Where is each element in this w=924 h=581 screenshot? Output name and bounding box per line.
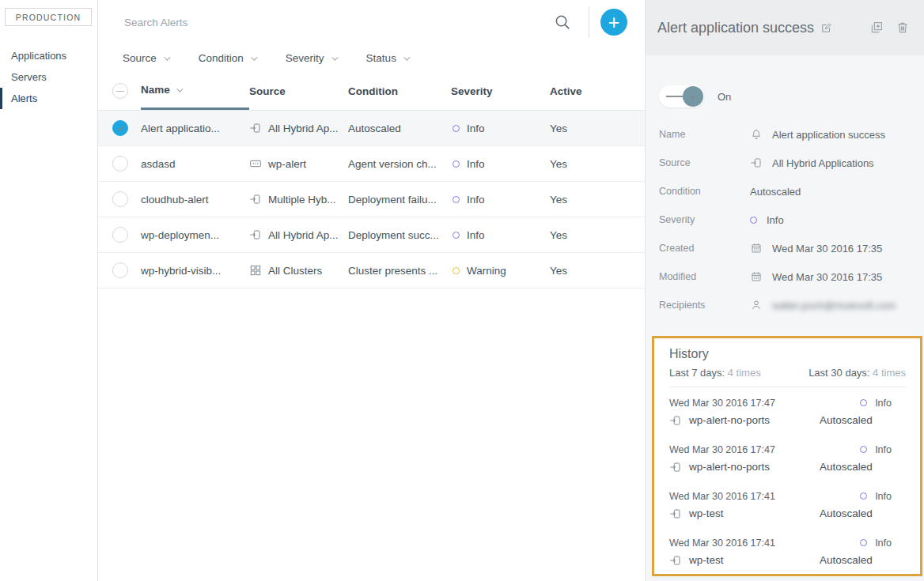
- filter-severity[interactable]: Severity: [286, 52, 336, 64]
- field-value: walter.poch@mulesoft.com: [750, 299, 896, 311]
- history-condition: Autoscaled: [820, 414, 906, 426]
- chevron-down-icon: [176, 85, 183, 92]
- alert-severity-label: Info: [467, 194, 485, 206]
- field-label: Name: [659, 129, 750, 140]
- filter-condition[interactable]: Condition: [199, 52, 256, 64]
- history-stat-30d: Last 30 days: 4 times: [808, 367, 906, 379]
- hybrid-app-icon: [249, 193, 262, 206]
- table-row[interactable]: cloudhub-alertMultiple Hyb...Deployment …: [98, 182, 645, 217]
- sidebar-item-servers[interactable]: Servers: [0, 66, 97, 88]
- search-icon[interactable]: [554, 13, 572, 32]
- search-input[interactable]: [123, 10, 554, 34]
- field-value-text: walter.poch@mulesoft.com: [772, 300, 896, 311]
- sidebar-item-alerts[interactable]: Alerts: [0, 88, 97, 109]
- column-header-active[interactable]: Active: [550, 72, 645, 110]
- filter-source[interactable]: Source: [123, 52, 169, 64]
- field-value-text: Wed Mar 30 2016 17:35: [772, 243, 882, 255]
- panel-title: Alert application success: [657, 20, 814, 36]
- alert-enabled-toggle[interactable]: [659, 85, 704, 108]
- history-entry-bottom: wp-alert-no-portsAutoscaled: [669, 413, 906, 427]
- history-date: Wed Mar 30 2016 17:47: [669, 398, 775, 409]
- sidebar-item-label: Alerts: [11, 92, 37, 104]
- history-section: History Last 7 days: 4 times Last 30 day…: [652, 336, 922, 576]
- history-source-label: wp-test: [689, 554, 724, 566]
- history-title: History: [669, 347, 906, 361]
- history-source: wp-test: [669, 507, 820, 520]
- alert-condition: Deployment failu...: [348, 194, 451, 206]
- row-checkbox[interactable]: [112, 227, 128, 243]
- history-entry: Wed Mar 30 2016 17:41Infowp-testAutoscal…: [669, 481, 906, 527]
- field-label: Severity: [659, 214, 750, 225]
- alert-source: wp-alert: [249, 157, 348, 170]
- table-row[interactable]: asdasdwp-alertAgent version ch...InfoYes: [98, 146, 645, 182]
- add-alert-button[interactable]: +: [600, 9, 627, 36]
- history-severity-label: Info: [875, 538, 892, 549]
- row-checkbox[interactable]: [112, 262, 128, 278]
- table-row[interactable]: wp-hybrid-visib...All ClustersCluster pr…: [98, 253, 645, 289]
- toggle-knob: [683, 86, 703, 107]
- history-severity-label: Info: [875, 444, 892, 455]
- column-header-severity[interactable]: Severity: [451, 72, 550, 110]
- history-severity-label: Info: [875, 398, 892, 409]
- history-entry-top: Wed Mar 30 2016 17:41Info: [669, 536, 906, 549]
- sidebar-item-label: Applications: [11, 50, 66, 62]
- detail-field-name: NameAlert application success: [646, 120, 924, 149]
- field-value-text: Info: [767, 214, 784, 226]
- delete-icon[interactable]: [896, 21, 910, 35]
- toolbar-divider: [589, 6, 589, 38]
- history-source-label: wp-alert-no-ports: [689, 461, 770, 473]
- history-date: Wed Mar 30 2016 17:47: [669, 444, 775, 455]
- alert-active: Yes: [550, 265, 645, 277]
- row-checkbox[interactable]: [112, 120, 128, 136]
- row-checkbox[interactable]: [112, 156, 128, 172]
- severity-info-icon: [750, 217, 757, 224]
- alert-severity-label: Info: [467, 123, 485, 134]
- alert-name: cloudhub-alert: [141, 194, 249, 206]
- edit-icon[interactable]: [820, 22, 832, 34]
- alert-severity: Info: [451, 123, 550, 134]
- field-value-text: Alert application success: [772, 129, 885, 141]
- column-header-source[interactable]: Source: [249, 72, 348, 110]
- column-header-condition[interactable]: Condition: [348, 72, 451, 110]
- history-severity: Info: [860, 538, 906, 549]
- severity-info-icon: [860, 446, 867, 453]
- hybrid-app-icon: [750, 157, 763, 169]
- cluster-icon: [249, 264, 262, 277]
- alert-severity-label: Info: [467, 158, 485, 170]
- table-row[interactable]: Alert applicatio...All Hybrid Ap...Autos…: [98, 111, 645, 146]
- alert-active: Yes: [550, 123, 645, 134]
- row-checkbox[interactable]: [112, 191, 128, 207]
- column-header-label: Active: [550, 85, 582, 97]
- alert-name: asdasd: [141, 158, 249, 170]
- column-header-name[interactable]: Name: [141, 72, 249, 110]
- detail-body: On NameAlert application successSourceAl…: [646, 55, 924, 581]
- detail-fields: NameAlert application successSourceAll H…: [646, 120, 924, 319]
- alert-detail-panel: Alert application success On NameAlert a…: [645, 0, 924, 581]
- hybrid-app-icon: [669, 554, 682, 567]
- toggle-label: On: [718, 91, 731, 103]
- row-checkbox-cell: [112, 191, 141, 207]
- environment-switcher[interactable]: PRODUCTION: [5, 8, 92, 26]
- hybrid-app-icon: [249, 228, 262, 241]
- select-all-checkbox[interactable]: [112, 83, 128, 99]
- history-source-label: wp-alert-no-ports: [689, 414, 770, 426]
- history-entry: Wed Mar 30 2016 17:41Infowp-testAutoscal…: [669, 527, 906, 574]
- table-header: NameSourceConditionSeverityActive: [98, 72, 645, 111]
- alert-source: All Hybrid Ap...: [249, 228, 348, 241]
- detail-field-modified: ModifiedWed Mar 30 2016 17:35: [646, 262, 924, 291]
- history-entry-bottom: wp-testAutoscaled: [669, 507, 906, 520]
- history-stats: Last 7 days: 4 times Last 30 days: 4 tim…: [669, 367, 906, 387]
- history-severity: Info: [860, 398, 906, 409]
- history-entry-top: Wed Mar 30 2016 17:41Info: [669, 489, 906, 503]
- alert-severity: Info: [451, 229, 550, 241]
- detail-field-condition: ConditionAutoscaled: [646, 177, 924, 206]
- history-entry: Wed Mar 30 2016 17:47Infowp-alert-no-por…: [669, 387, 906, 434]
- table-row[interactable]: wp-deploymen...All Hybrid Ap...Deploymen…: [98, 217, 645, 253]
- duplicate-icon[interactable]: [869, 21, 884, 35]
- filter-status[interactable]: Status: [366, 52, 408, 64]
- alert-name: Alert applicatio...: [141, 123, 249, 134]
- chevron-down-icon: [331, 54, 338, 60]
- sidebar-item-applications[interactable]: Applications: [0, 45, 97, 66]
- severity-info-icon: [453, 125, 460, 132]
- i-check: [116, 124, 125, 133]
